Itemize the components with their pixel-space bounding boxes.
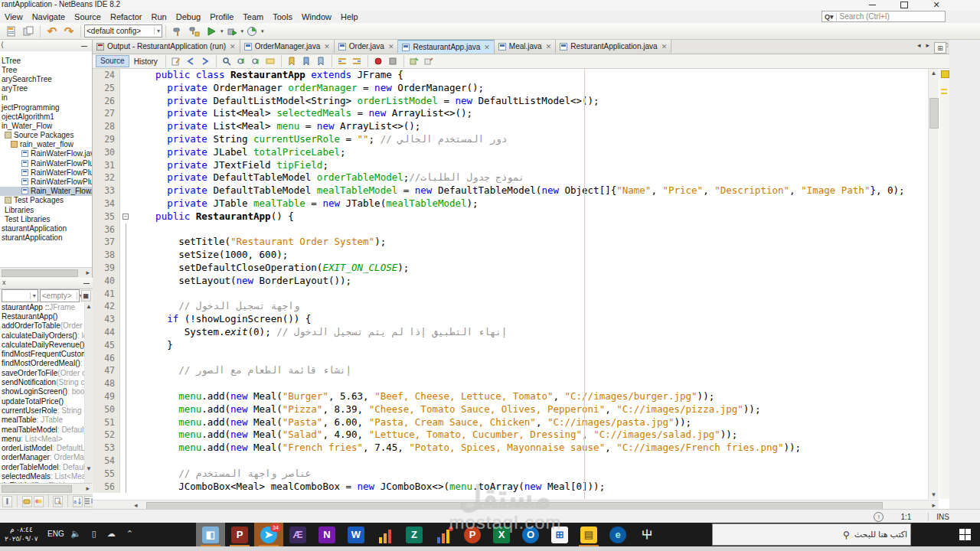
shift-line-left-icon[interactable] — [336, 56, 349, 67]
navigator-root-item[interactable]: staurantApp :: JFrame — [0, 302, 84, 311]
editor-tab-active[interactable]: RestaurantApp.java✕ — [398, 40, 494, 54]
navigator-member-item[interactable]: calculateDailyOrders() : lon — [0, 331, 84, 340]
code-line[interactable]: 25private OrderManager orderManager = ne… — [93, 82, 939, 95]
code-line[interactable]: 47// إنشاء قائمة الطعام مع الصور — [93, 364, 939, 377]
maximize-button[interactable] — [899, 1, 910, 9]
code-line[interactable]: 55// عناصر واجهة المستخدم — [93, 468, 939, 481]
editor-tab[interactable]: Meal.java✕ — [495, 40, 556, 53]
tree-item-in-water-flow[interactable]: in_Water_Flow — [0, 121, 92, 130]
code-line[interactable]: 49menu.add(new Meal("Burger", 5.63, "Bee… — [93, 390, 939, 403]
code-line[interactable]: 45} — [93, 339, 939, 352]
navigator-member-item[interactable]: addOrderToTable(Order or — [0, 321, 84, 331]
menu-item-navigate[interactable]: Navigate — [28, 12, 70, 21]
scroll-down-icon[interactable]: ▼ — [929, 491, 939, 498]
code-line[interactable]: 31private JTextField tipField; — [93, 159, 939, 172]
code-line[interactable]: 35−public RestaurantApp() { — [93, 210, 939, 223]
menu-item-source[interactable]: Source — [70, 12, 106, 21]
tree-item-rainwaterflowplus2-jav[interactable]: RainWaterFlowPlus2.jav — [0, 168, 92, 177]
show-fields-icon[interactable] — [22, 496, 32, 507]
tree-item-ltree[interactable]: LTree — [0, 56, 92, 65]
tab-close-icon[interactable]: ✕ — [230, 43, 236, 51]
code-line[interactable]: 29private String currentUserRole = ""; /… — [93, 133, 939, 146]
fold-collapse-icon[interactable]: − — [122, 214, 129, 220]
code-line[interactable]: 42// واجهة تسجيل الدخول — [93, 300, 939, 313]
code-line[interactable]: 27private List<Meal> selectedMeals = new… — [93, 107, 939, 120]
code-line[interactable]: 43if (!showLoginScreen()) { — [93, 313, 939, 326]
run-project-button[interactable] — [203, 24, 220, 39]
scroll-up-icon[interactable]: ▲ — [929, 70, 939, 77]
show-static-icon[interactable] — [34, 496, 44, 507]
debug-project-button[interactable] — [224, 24, 240, 39]
taskbar-app-excel[interactable]: X — [487, 523, 516, 546]
undo-button[interactable]: ↶ — [44, 24, 60, 39]
taskbar-app-file-explorer[interactable]: ▤ — [574, 523, 603, 546]
menu-item-tools[interactable]: Tools — [268, 12, 297, 21]
code-line[interactable]: 41 — [93, 288, 939, 301]
navigator-member-item[interactable]: findMostFrequentCustomer — [0, 349, 84, 358]
navigator-close-icon[interactable]: x — [2, 279, 6, 286]
toggle-highlight-icon[interactable] — [264, 56, 277, 67]
taskbar-app-edge[interactable]: e — [603, 523, 632, 546]
onedrive-cloud-icon[interactable]: ☁ — [107, 529, 116, 539]
navigator-member-item[interactable]: saveOrderToFile(Order ord — [0, 368, 84, 377]
volume-icon[interactable]: 🔈 — [70, 529, 81, 539]
next-bookmark-icon[interactable] — [300, 56, 313, 67]
source-view-button[interactable]: Source — [96, 55, 129, 67]
navigator-member-item[interactable]: orderListModel : DefaultList — [0, 443, 84, 452]
menu-item-run[interactable]: Run — [147, 12, 172, 21]
taskbar-app-task-view[interactable]: ⼬ — [632, 523, 662, 546]
config-select[interactable]: <default config>▾ — [84, 24, 162, 37]
tree-item-rain-water-flow-java[interactable]: Rain_Water_Flow.java — [0, 187, 92, 196]
code-line[interactable]: 50menu.add(new Meal("Pizza", 8.39, "Chee… — [93, 403, 939, 416]
start-button[interactable] — [949, 523, 980, 546]
tree-item-tree[interactable]: Tree — [0, 65, 92, 74]
tree-item-sturantapplication[interactable]: sturantApplication — [0, 233, 92, 243]
navigator-member-item[interactable]: RestaurantApp() — [0, 311, 84, 321]
taskbar-clock[interactable]: ٠٨:٤٤ م ٢٠٢٥/٠٩/٠٧ — [5, 525, 38, 543]
filter-members-icon[interactable] — [53, 496, 63, 507]
code-line[interactable]: 51menu.add(new Meal("Pasta", 6.00, "Past… — [93, 416, 939, 429]
stop-macro-recording-icon[interactable] — [387, 56, 400, 67]
build-project-button[interactable] — [169, 24, 186, 39]
taskbar-app-analytics-app[interactable] — [429, 523, 458, 546]
code-line[interactable]: 53menu.add(new Meal("French fries", 7.45… — [93, 442, 939, 455]
tree-item-arytree[interactable]: aryTree — [0, 84, 92, 93]
tree-item-rain-water-flow[interactable]: rain_water_flow — [0, 140, 92, 149]
taskbar-app-word[interactable]: W — [341, 523, 371, 546]
tree-item-rainwaterflowplus3-jav[interactable]: RainWaterFlowPlus3.jav — [0, 177, 92, 186]
taskbar-app-power-bi[interactable] — [371, 523, 400, 546]
redo-button[interactable]: ↷ — [60, 24, 77, 39]
tree-item-libraries[interactable]: Libraries — [0, 205, 92, 214]
shift-line-right-icon[interactable] — [351, 56, 364, 67]
navigator-member-item[interactable]: findMostOrderedMeal() : St — [0, 359, 84, 368]
tree-item-arysearchtree[interactable]: arySearchTree — [0, 74, 92, 83]
previous-bookmark-icon[interactable] — [286, 56, 299, 67]
code-line[interactable]: 24public class RestaurantApp extends JFr… — [93, 69, 939, 82]
minimize-button[interactable] — [867, 1, 877, 9]
code-line[interactable]: 46 — [93, 352, 939, 365]
navigator-minimize-icon[interactable] — [83, 283, 90, 284]
code-line[interactable]: 44System.exit(0); // إنهاء التطبيق إذا ل… — [93, 326, 939, 339]
editor-tab[interactable]: ResturantApplication.java✕ — [556, 40, 671, 53]
code-line[interactable]: 39setDefaultCloseOperation(EXIT_ON_CLOSE… — [93, 262, 939, 275]
taskbar-app-psiphon[interactable]: P — [225, 523, 254, 546]
menu-item-refactor[interactable]: Refactor — [106, 12, 147, 21]
show-inherited-icon[interactable] — [2, 496, 12, 507]
code-line[interactable]: 30private JLabel totalPriceLabel; — [93, 146, 939, 159]
tabs-scroll-left-icon[interactable]: ◂ — [917, 41, 921, 49]
menu-item-profile[interactable]: Profile — [205, 12, 238, 21]
navigator-hscrollbar[interactable]: ▸ — [0, 483, 92, 493]
navigator-member-item[interactable]: updateTotalPrice() — [0, 396, 84, 406]
code-line[interactable]: 26private DefaultListModel<String> order… — [93, 95, 939, 108]
taskbar-search-box[interactable]: ⚲ اكتب هنا للبحث — [712, 523, 911, 546]
jump-back-icon[interactable] — [185, 56, 198, 67]
tree-item-rainwaterflowplus-java[interactable]: RainWaterFlowPlus.java — [0, 158, 92, 168]
battery-icon[interactable]: ▯ — [92, 529, 96, 539]
tab-close-icon[interactable]: ✕ — [546, 43, 552, 51]
projects-minimize-icon[interactable] — [81, 41, 89, 48]
taskbar-app-powerpoint[interactable]: P — [458, 523, 487, 546]
taskbar-app-after-effects[interactable]: Æ — [283, 523, 312, 546]
tab-close-icon[interactable]: ✕ — [662, 43, 668, 51]
tree-item-ojectalgorithm1[interactable]: ojectAlgorithm1 — [0, 112, 92, 121]
code-line[interactable]: 36 — [93, 223, 939, 236]
